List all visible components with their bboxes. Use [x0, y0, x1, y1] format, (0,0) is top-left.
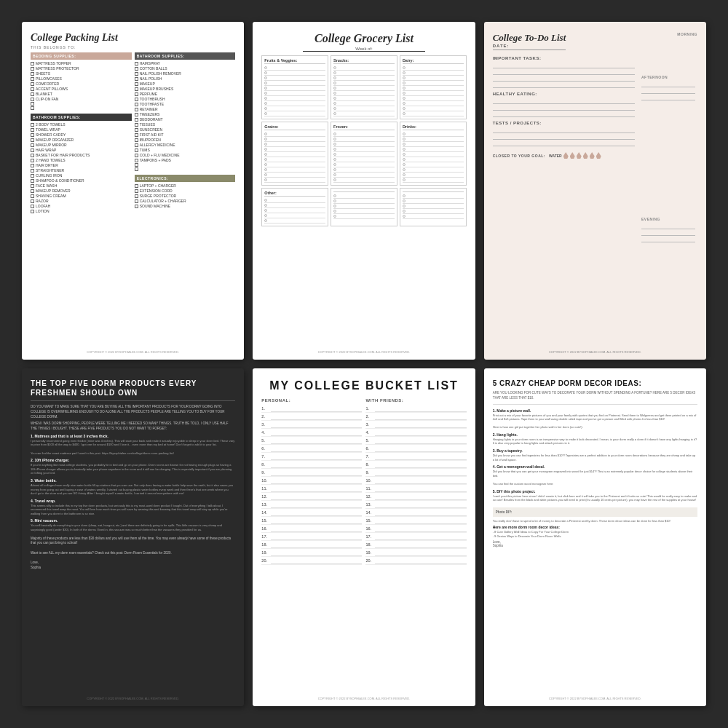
bucket-num: 1.: [365, 406, 373, 411]
packing-copyright: COPYRIGHT © 2022 BYSOPHIALEE.COM. ALL RI…: [31, 350, 235, 354]
dorm-products-intro1: DO YOU WANT TO MAKE SURE THAT YOU ARE BU…: [31, 405, 235, 419]
packing-item: [135, 167, 236, 171]
bucket-num: 12.: [365, 494, 373, 499]
bucket-num: 17.: [365, 534, 373, 539]
grocery-line: [333, 204, 395, 209]
bucket-item: 19.: [261, 549, 362, 557]
packing-item: PILLOWCASES: [31, 76, 132, 81]
bucket-num: 10.: [261, 478, 269, 483]
packing-item: BASKET FOR HAIR PRODUCTS: [31, 153, 132, 157]
water-drop-1: [563, 152, 569, 159]
bucket-item: 10.: [365, 477, 466, 485]
packing-item: COTTON BALLS: [135, 66, 236, 71]
grocery-line: [264, 132, 325, 137]
dorm-decor-photodiy-desc: You really don't have to spend a lot of …: [493, 519, 697, 523]
bucket-num: 16.: [261, 526, 269, 531]
grocery-line: [403, 91, 464, 96]
bucket-num: 14.: [261, 510, 269, 515]
packing-item: MAKEUP MIRROR: [31, 143, 132, 147]
grocery-line: [264, 111, 325, 116]
bucket-item: 6.: [365, 445, 466, 453]
bucket-list-title: MY COLLEGE BUCKET LIST: [261, 379, 466, 392]
packing-item: HAIRSPRAY: [135, 61, 236, 66]
dorm-decor-intro: ARE YOU LOOKING FOR CUTE WAYS TO DECORAT…: [493, 391, 697, 405]
grocery-line: [333, 81, 395, 86]
packing-item: NAIL POLISH: [135, 76, 236, 81]
dorm-products-list: 1. Mattress pad that is at least 3 inche…: [31, 434, 235, 535]
bucket-item: 17.: [261, 533, 362, 541]
grocery-row3: Other:: [261, 188, 466, 226]
packing-item: 2 HAND TOWELS: [31, 158, 132, 162]
water-label: WATER: [549, 154, 562, 158]
bucket-num: 4.: [261, 430, 269, 435]
decor-desc: Did you know that you can get your monog…: [493, 470, 697, 486]
grocery-line: [333, 106, 395, 111]
grocery-line: [333, 157, 395, 162]
grocery-line: [403, 157, 464, 162]
more-ideas-list: - 8 Cute Gallery Wall Ideas to Copy For …: [493, 530, 697, 538]
decor-desc: I can't post this picture here since I d…: [493, 494, 697, 502]
grocery-line: [333, 137, 395, 142]
grocery-copyright: COPYRIGHT © 2022 BYSOPHIALEE.COM. ALL RI…: [261, 350, 466, 354]
bucket-item: 20.: [365, 557, 466, 565]
water-drop-5: [590, 152, 595, 159]
grocery-line: [403, 137, 464, 142]
packing-item: TUMS: [135, 148, 236, 152]
bucket-num: 6.: [261, 446, 269, 451]
bucket-item: 14.: [261, 509, 362, 517]
bucket-item: 1.: [365, 405, 466, 413]
bucket-num: 5.: [365, 438, 373, 443]
grocery-line: [264, 218, 325, 223]
electronics-items: LAPTOP + CHARGEREXTENSION CORDSURGE PROT…: [135, 183, 236, 208]
bucket-item: 13.: [365, 501, 466, 509]
grocery-section-title: Grains:: [264, 124, 325, 130]
grocery-list-card: College Grocery List Week of: Fruits & V…: [253, 22, 475, 360]
packing-item: IBUPROFEN: [135, 138, 236, 142]
packing-item: RAZOR: [31, 199, 132, 203]
bucket-item: 7.: [261, 453, 362, 461]
decor-item: 1. Make a picture wall.Print out a mix o…: [493, 408, 697, 430]
grocery-line: [403, 178, 464, 183]
packing-item: ACCENT PILLOWS: [31, 87, 132, 91]
healthy-eating-label: HEALTHY EATING:: [493, 92, 635, 96]
packing-item: [31, 102, 132, 106]
bucket-item: 4.: [365, 429, 466, 437]
water-tracker: [563, 152, 601, 159]
grocery-row1: Fruits & Veggies:Snacks:Dairy:: [261, 55, 466, 119]
bucket-num: 1.: [261, 406, 269, 411]
packing-item: FIRST AID KIT: [135, 132, 236, 137]
packing-item: COMFORTER: [31, 82, 132, 86]
bucket-item: 12.: [261, 493, 362, 501]
bucket-item: 2.: [261, 413, 362, 421]
grocery-line: [264, 86, 325, 91]
bucket-item: 7.: [365, 453, 466, 461]
product-desc: If you're anything like most college stu…: [31, 463, 235, 475]
grocery-line: [403, 199, 464, 204]
grocery-line: [403, 86, 464, 91]
grocery-line: [264, 157, 325, 162]
bucket-item: 16.: [365, 525, 466, 533]
tests-projects-label: TESTS / PROJECTS:: [493, 121, 635, 125]
grocery-line: [264, 173, 325, 178]
grocery-row2: Grains:Frozen:Drinks:: [261, 122, 466, 186]
grocery-line: [403, 162, 464, 167]
bucket-num: 13.: [365, 502, 373, 507]
grocery-section: Drinks:: [400, 122, 467, 186]
grocery-line: [333, 132, 395, 137]
grocery-line: [264, 137, 325, 142]
bucket-personal-label: PERSONAL:: [261, 398, 362, 403]
packing-item: TISSUES: [135, 122, 236, 127]
bucket-item: 19.: [365, 549, 466, 557]
packing-item: CURLING IRON: [31, 173, 132, 178]
grocery-section-title: [333, 191, 395, 192]
water-drop-2: [570, 152, 575, 159]
todo-date-label: DATE:: [493, 44, 566, 50]
grocery-line: [403, 81, 464, 86]
bucket-item: 13.: [261, 501, 362, 509]
bucket-num: 18.: [365, 542, 373, 547]
grocery-line: [333, 147, 395, 152]
dorm-decor-title: 5 CRAZY CHEAP DORM DECOR IDEAS:: [493, 379, 697, 388]
bucket-item: 15.: [261, 517, 362, 525]
bucket-num: 18.: [261, 542, 269, 547]
dorm-decor-card: 5 CRAZY CHEAP DORM DECOR IDEAS: ARE YOU …: [484, 368, 706, 706]
